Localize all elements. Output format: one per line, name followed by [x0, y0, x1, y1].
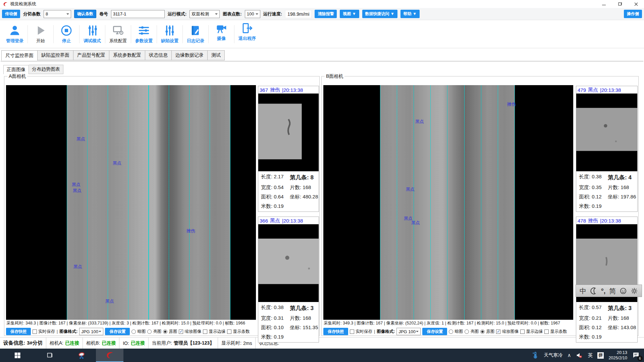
weather-text[interactable]: 天气寒冷	[544, 352, 562, 358]
dark-image-radio[interactable]	[449, 329, 453, 334]
defect-mark[interactable]: 黑点	[411, 220, 420, 226]
language-indicator[interactable]: 英	[588, 352, 593, 359]
zoom-image-checkbox[interactable]	[496, 329, 500, 334]
volume-muted-icon[interactable]	[576, 352, 583, 359]
view-menu-button[interactable]: 视图 ▼	[340, 10, 359, 18]
pieces-value: 168	[621, 184, 629, 190]
defect-mark[interactable]: 黑点	[73, 188, 82, 194]
save-settings-button[interactable]: 保存设置	[105, 328, 130, 335]
bright-image-radio[interactable]	[465, 329, 469, 334]
image-format-value: JPG 100	[81, 329, 98, 334]
realtime-save-label: 实时保存	[356, 329, 372, 335]
confirm-count-button[interactable]: 确认条数	[74, 10, 96, 18]
operate-side-button[interactable]: 操作侧	[624, 10, 642, 18]
tab-status-info[interactable]: 状态信息	[145, 50, 172, 60]
save-snapshot-button[interactable]: 保存快照	[323, 328, 348, 335]
taskbar-clock[interactable]: 20:13 2025/2/10	[608, 350, 627, 361]
defect-card[interactable]: 478 挫伤 |20:13:38 长度: 0.57 第几条: 3 宽度: 0.2	[576, 217, 638, 343]
notification-center-icon[interactable]: 6	[632, 351, 641, 360]
moon-icon[interactable]	[590, 287, 597, 295]
show-edges-checkbox[interactable]	[203, 329, 207, 334]
subtab-front-image[interactable]: 正面图像	[3, 65, 29, 74]
pinyin-indicator[interactable]: 拼	[597, 352, 604, 359]
defect-mark[interactable]: 黑点	[72, 182, 80, 188]
defect-mark[interactable]: 黑点	[76, 136, 85, 142]
action-system-config[interactable]: 系统配置	[105, 24, 131, 44]
camera-b-image[interactable]: 挫伤 黑点 黑点 黑点 黑点	[323, 85, 573, 320]
run-mode-select[interactable]: 双面检测	[190, 10, 220, 18]
ime-punctuation-toggle[interactable]: °,	[601, 288, 606, 294]
show-edges-checkbox[interactable]	[520, 329, 525, 334]
data-quick-access-button[interactable]: 数据快捷访问 ▼	[362, 10, 397, 18]
show-edges-label: 显示边缘	[209, 329, 225, 335]
tab-product-model-config[interactable]: 产品型号配置	[73, 50, 109, 60]
vision-app-taskbar-icon[interactable]	[96, 349, 123, 362]
defect-card[interactable]: 367 挫伤 |20:13:38 长度: 2.17 第几条: 8 宽度: 0.5	[258, 86, 319, 212]
help-menu-button[interactable]: 帮助 ▼	[400, 10, 420, 18]
subtab-trend-chart[interactable]: 分布趋势图表	[29, 65, 63, 74]
strip-value: 4	[628, 174, 631, 181]
defect-mark[interactable]: 挫伤	[186, 228, 195, 234]
emoji-icon[interactable]	[620, 287, 627, 295]
dark-image-label: 暗图	[137, 329, 146, 335]
defect-mark[interactable]: 挫伤	[507, 101, 516, 107]
image-format-select[interactable]: JPG 100	[79, 328, 103, 335]
defect-card[interactable]: 366 黑点 |20:13:38 长度: 0.38 第几条: 3	[258, 217, 319, 343]
action-log-record[interactable]: 日志记录	[183, 24, 208, 44]
maximize-button[interactable]	[612, 0, 628, 8]
defect-thumbnail[interactable]	[258, 224, 319, 302]
camera-a-image[interactable]: 黑点 黑点 黑点 黑点 挫伤 黑点 黑点	[6, 85, 256, 320]
tab-size-monitor[interactable]: 尺寸监控界面	[1, 50, 38, 61]
chart-points-select[interactable]: 100	[245, 10, 260, 18]
dark-image-radio[interactable]	[131, 329, 136, 334]
minimize-button[interactable]	[596, 0, 612, 8]
start-button[interactable]	[9, 349, 25, 362]
roll-number-input[interactable]	[111, 10, 165, 18]
defect-mark[interactable]: 黑点	[73, 264, 82, 270]
bright-image-radio[interactable]	[147, 329, 152, 334]
tab-system-param-config[interactable]: 系统参数配置	[109, 50, 145, 60]
defect-mark[interactable]: 黑点	[105, 298, 114, 304]
snipping-tool-icon[interactable]	[74, 349, 90, 362]
action-exit-program[interactable]: 退出程序	[234, 22, 260, 42]
ime-simplified-toggle[interactable]: 简	[609, 288, 616, 294]
drive-side-button[interactable]: 传动侧	[2, 10, 20, 18]
zoom-image-checkbox[interactable]	[179, 329, 183, 334]
close-button[interactable]	[628, 0, 644, 8]
defect-thumbnail[interactable]	[576, 94, 637, 171]
clear-alarm-button[interactable]: 清除报警	[315, 10, 337, 18]
original-image-radio[interactable]	[480, 329, 485, 334]
action-defect-settings[interactable]: 缺陷设置	[157, 24, 182, 44]
show-count-checkbox[interactable]	[544, 329, 549, 334]
strip-label: 第几条:	[290, 174, 309, 181]
action-admin-login[interactable]: 管理登录	[2, 24, 28, 44]
realtime-save-checkbox[interactable]	[350, 329, 354, 334]
tab-defect-monitor[interactable]: 缺陷监控界面	[38, 50, 73, 60]
gear-icon[interactable]	[631, 287, 638, 295]
defect-mark[interactable]: 黑点	[113, 160, 121, 166]
meter-label: 米数:	[579, 203, 590, 209]
defect-mark[interactable]: 黑点	[406, 186, 415, 192]
hidden-icons-chevron[interactable]: ∧	[567, 352, 571, 358]
save-settings-button[interactable]: 保存设置	[422, 328, 447, 335]
defect-thumbnail[interactable]	[258, 94, 319, 171]
defect-card[interactable]: 479 黑点 |20:13:38 长度: 0.38 第几条: 4	[576, 86, 638, 212]
thermometer-icon[interactable]	[532, 352, 539, 359]
tab-test[interactable]: 测试	[208, 50, 225, 60]
defect-mark[interactable]: 黑点	[415, 119, 424, 125]
slit-count-select[interactable]: 8	[44, 10, 71, 18]
realtime-save-checkbox[interactable]	[33, 329, 37, 334]
clock-time: 20:13	[608, 350, 627, 355]
action-start[interactable]: 开始	[28, 24, 53, 44]
ime-chinese-toggle[interactable]: 中	[580, 288, 586, 294]
action-stop[interactable]: 停止	[54, 24, 79, 44]
action-debug-mode[interactable]: 调试模式	[79, 24, 105, 44]
action-param-settings[interactable]: 参数设置	[131, 24, 157, 44]
save-snapshot-button[interactable]: 保存快照	[6, 328, 31, 335]
image-format-select[interactable]: JPG 100	[396, 328, 421, 335]
original-image-radio[interactable]	[163, 329, 167, 334]
task-view-button[interactable]	[42, 349, 58, 362]
show-count-checkbox[interactable]	[227, 329, 231, 334]
tab-edge-data-record[interactable]: 边缘数据记录	[172, 50, 208, 60]
action-video-capture[interactable]: 摄像	[209, 22, 234, 42]
